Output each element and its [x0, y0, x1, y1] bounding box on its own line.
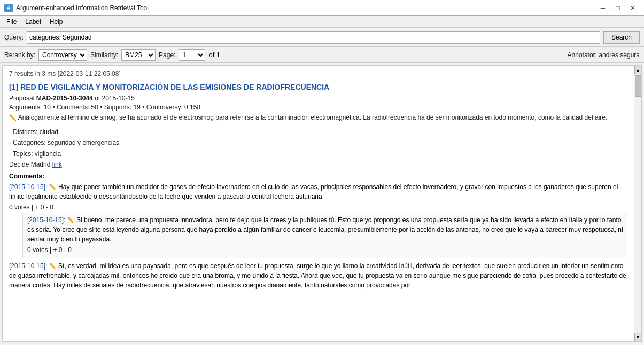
- window-title: Argument-enhanced Information Retrieval …: [16, 4, 596, 12]
- comment-1-votes: 0 votes | + 0 - 0: [9, 202, 627, 212]
- result-arguments-1: Arguments: 10 • Comments: 50 • Supports:…: [9, 104, 627, 111]
- title-bar: A Argument-enhanced Information Retrieva…: [0, 0, 644, 16]
- result-item-1: [1] RED DE VIGILANCIA Y MONITORIZACIÓN D…: [9, 83, 627, 290]
- annotator-label: Annotator:: [568, 51, 597, 59]
- result-title-text-1: RED DE VIGILANCIA Y MONITORIZACIÓN DE LA…: [20, 83, 329, 91]
- minimize-button[interactable]: ─: [596, 3, 610, 13]
- topics-value: vigilancia: [35, 150, 61, 158]
- similarity-dropdown[interactable]: BM25 TF-IDF: [121, 49, 156, 61]
- annotator-value: andres.segura: [599, 51, 640, 59]
- comment-1-date: [2015-10-15]:: [9, 183, 47, 191]
- scrollbar-up-button[interactable]: ▲: [634, 66, 642, 74]
- annotator-info: Annotator: andres.segura: [568, 51, 640, 59]
- rerank-label: Rerank by:: [4, 51, 35, 59]
- menu-help[interactable]: Help: [45, 17, 67, 27]
- categories-value: seguridad y emergencias: [48, 139, 119, 146]
- page-of: of 1: [208, 51, 220, 59]
- result-abstract-1: ✏️ Análogamente al término de smog, se h…: [9, 113, 627, 122]
- result-title-1[interactable]: [1] RED DE VIGILANCIA Y MONITORIZACIÓN D…: [9, 83, 627, 91]
- main-content: 7 results in 3 ms [2022-03-11 22:05:08] …: [2, 65, 642, 342]
- proposal-prefix: Proposal: [9, 95, 34, 102]
- nested-comment-1-1-text: Si bueno, me parece una propuesta innova…: [27, 216, 623, 243]
- comment-2: [2015-10-15]: ✏️ Sí, es verdad, mi idea …: [9, 261, 627, 290]
- close-button[interactable]: ✕: [626, 3, 640, 13]
- scrollbar: ▲ ▼: [634, 66, 641, 341]
- comment-1: [2015-10-15]: ✏️ Hay que poner también u…: [9, 182, 627, 258]
- results-scroll-area[interactable]: 7 results in 3 ms [2022-03-11 22:05:08] …: [3, 66, 634, 341]
- scrollbar-down-button[interactable]: ▼: [634, 333, 642, 341]
- rerank-dropdown[interactable]: Controversy Relevance Date: [38, 49, 87, 61]
- page-dropdown[interactable]: 1: [179, 49, 205, 61]
- proposal-date: of 2015-10-15: [95, 95, 135, 102]
- nested-comment-1-1-edit-icon: ✏️: [67, 217, 75, 223]
- query-input[interactable]: [27, 31, 600, 44]
- edit-icon-abstract: ✏️: [9, 114, 17, 121]
- topics-label: - Topics:: [9, 150, 33, 158]
- comment-2-edit-icon: ✏️: [49, 263, 57, 269]
- search-button[interactable]: Search: [603, 31, 640, 44]
- result-number-1: [1]: [9, 83, 18, 91]
- menu-label[interactable]: Label: [21, 17, 45, 27]
- nested-comment-1-1-date: [2015-10-15]:: [27, 216, 65, 224]
- query-toolbar: Query: Search: [0, 28, 644, 47]
- result-details-1: - Districts: ciudad - Categories: seguri…: [9, 127, 627, 159]
- results-summary: 7 results in 3 ms [2022-03-11 22:05:08]: [9, 70, 627, 77]
- result-proposal-1: Proposal MAD-2015-10-3044 of 2015-10-15: [9, 95, 627, 102]
- comments-label: Comments:: [9, 172, 627, 180]
- comment-1-edit-icon: ✏️: [49, 184, 57, 190]
- decide-madrid-label: Decide Madrid: [9, 161, 50, 168]
- comments-section-1: Comments: [2015-10-15]: ✏️ Hay que poner…: [9, 172, 627, 290]
- scrollbar-thumb[interactable]: [635, 75, 641, 97]
- menu-file[interactable]: File: [2, 17, 21, 27]
- decide-madrid-url[interactable]: link: [52, 161, 62, 168]
- comment-2-text: Sí, es verdad, mi idea es una payasada, …: [9, 262, 626, 289]
- app-icon: A: [4, 4, 13, 12]
- districts-label: - Districts:: [9, 128, 37, 136]
- page-label: Page:: [159, 51, 175, 59]
- query-label: Query:: [4, 34, 24, 41]
- proposal-id: MAD-2015-10-3044: [36, 95, 93, 102]
- categories-label: - Categories:: [9, 139, 46, 146]
- comment-1-text: Hay que poner también un medidor de gase…: [9, 183, 618, 200]
- nested-comment-1-1: [2015-10-15]: ✏️ Si bueno, me parece una…: [22, 213, 627, 258]
- nested-comment-1-1-votes: 0 votes | + 0 - 0: [27, 245, 623, 255]
- maximize-button[interactable]: □: [611, 3, 625, 13]
- decide-madrid-link-1: Decide Madrid link: [9, 161, 627, 168]
- svg-text:A: A: [7, 5, 11, 11]
- comment-2-date: [2015-10-15]:: [9, 262, 47, 270]
- districts-value: ciudad: [40, 128, 58, 136]
- window-controls: ─ □ ✕: [596, 3, 640, 13]
- similarity-label: Similarity:: [90, 51, 118, 59]
- rerank-toolbar: Rerank by: Controversy Relevance Date Si…: [0, 47, 644, 63]
- menu-bar: File Label Help: [0, 16, 644, 28]
